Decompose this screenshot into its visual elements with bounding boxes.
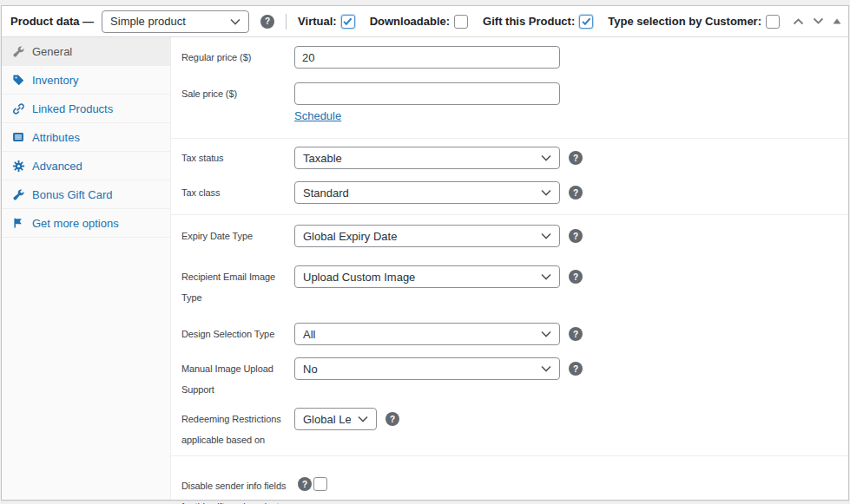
tag-icon: [12, 74, 25, 86]
tab-label: Inventory: [32, 74, 78, 87]
redeeming-restrictions-row: Redeeming Restrictions applicable based …: [171, 408, 848, 450]
manual-image-upload-support-label: Manual Image Upload Support: [181, 357, 294, 400]
recipient-email-image-type-select[interactable]: Upload Custom Image: [294, 265, 560, 288]
tax-status-select[interactable]: Taxable: [294, 147, 560, 169]
link-icon: [12, 102, 25, 115]
tab-label: General: [32, 45, 72, 58]
tab-general[interactable]: General: [2, 37, 170, 66]
expiry-date-type-label: Expiry Date Type: [181, 225, 294, 246]
type-selection-by-customer-checkbox[interactable]: [766, 15, 780, 29]
help-icon[interactable]: ?: [569, 327, 583, 341]
sale-price-label: Sale price ($): [181, 82, 294, 104]
virtual-checkbox[interactable]: [341, 15, 355, 29]
panel-title: Product data —: [10, 15, 94, 28]
expiry-date-type-select[interactable]: Global Expiry Date: [294, 225, 560, 247]
selected-value: Taxable: [303, 152, 342, 165]
chevron-up-icon: [793, 17, 804, 25]
list-icon: [12, 131, 25, 143]
regular-price-input[interactable]: [294, 46, 560, 69]
help-icon[interactable]: ?: [569, 151, 583, 165]
product-data-body: General Inventory Linked Products Attrib…: [2, 37, 848, 500]
chevron-down-icon: [813, 17, 824, 25]
product-data-metabox: Product data — Simple product ? Virtual:…: [1, 5, 849, 501]
sender-info-group: Disable sender info fields for this gift…: [171, 456, 848, 504]
schedule-link[interactable]: Schedule: [294, 109, 341, 123]
chevron-down-icon: [358, 416, 368, 422]
help-icon[interactable]: ?: [260, 15, 274, 29]
product-type-selected-value: Simple product: [110, 15, 186, 28]
tax-class-label: Tax class: [181, 181, 294, 203]
help-icon[interactable]: ?: [569, 362, 583, 376]
virtual-label: Virtual:: [298, 15, 337, 28]
tax-class-row: Tax class Standard ?: [171, 181, 848, 204]
tab-label: Linked Products: [32, 102, 113, 115]
help-icon[interactable]: ?: [569, 229, 583, 243]
design-selection-type-label: Design Selection Type: [181, 323, 294, 344]
gear-icon: [12, 160, 25, 173]
disable-sender-info-row: Disable sender info fields for this gift…: [171, 475, 848, 504]
downloadable-checkbox[interactable]: [454, 15, 468, 29]
pricing-group: Regular price ($) Sale price ($) Schedul…: [171, 37, 848, 139]
help-icon[interactable]: ?: [385, 412, 399, 426]
downloadable-label: Downloadable:: [370, 15, 450, 28]
tab-linked-products[interactable]: Linked Products: [2, 95, 170, 123]
tab-label: Attributes: [32, 131, 80, 144]
general-tab-panel: Regular price ($) Sale price ($) Schedul…: [171, 37, 848, 500]
design-selection-type-row: Design Selection Type All ?: [171, 323, 848, 345]
help-icon[interactable]: ?: [298, 477, 312, 491]
recipient-email-image-type-label: Recipient Email Image Type: [181, 265, 294, 308]
selected-value: All: [303, 328, 315, 341]
manual-image-upload-support-select[interactable]: No: [294, 357, 560, 380]
tab-advanced[interactable]: Advanced: [2, 152, 170, 180]
tab-label: Advanced: [32, 160, 82, 173]
manual-image-upload-support-row: Manual Image Upload Support No ?: [171, 357, 848, 400]
disable-sender-info-label: Disable sender info fields for this gift…: [181, 475, 294, 504]
tax-class-select[interactable]: Standard: [294, 181, 560, 204]
product-type-options: Virtual: Downloadable: Gift this Product…: [298, 15, 780, 29]
expiry-date-type-row: Expiry Date Type Global Expiry Date ?: [171, 225, 848, 247]
chevron-down-icon: [230, 18, 241, 25]
chevron-down-icon: [541, 154, 551, 161]
tab-attributes[interactable]: Attributes: [2, 123, 170, 152]
tab-bonus-gift-card[interactable]: Bonus Gift Card: [2, 180, 170, 209]
toggle-panel-button[interactable]: [833, 18, 841, 24]
downloadable-toggle[interactable]: Downloadable:: [370, 15, 468, 29]
check-icon: [581, 16, 592, 27]
chevron-down-icon: [541, 365, 551, 372]
tab-label: Bonus Gift Card: [32, 188, 113, 201]
chevron-down-icon: [541, 232, 551, 239]
gift-this-product-toggle[interactable]: Gift this Product:: [483, 15, 593, 29]
tab-get-more-options[interactable]: Get more options: [2, 209, 170, 238]
help-icon[interactable]: ?: [569, 186, 583, 200]
check-icon: [342, 16, 353, 27]
gift-this-product-checkbox[interactable]: [579, 15, 593, 29]
tax-group: Tax status Taxable ? Tax class Standard …: [171, 139, 848, 215]
recipient-email-image-type-row: Recipient Email Image Type Upload Custom…: [171, 265, 848, 308]
selected-value: No: [303, 363, 318, 376]
tax-status-row: Tax status Taxable ?: [171, 147, 848, 169]
regular-price-row: Regular price ($): [171, 46, 848, 69]
tax-status-label: Tax status: [181, 147, 294, 168]
help-icon[interactable]: ?: [569, 270, 583, 284]
product-data-tabs: General Inventory Linked Products Attrib…: [2, 37, 171, 500]
wrench-icon: [12, 45, 25, 58]
move-down-button[interactable]: [813, 17, 824, 25]
redeeming-restrictions-label: Redeeming Restrictions applicable based …: [181, 408, 294, 450]
gift-this-product-label: Gift this Product:: [483, 15, 575, 28]
redeeming-restrictions-select[interactable]: Global Level: [294, 408, 377, 430]
chevron-down-icon: [541, 189, 551, 196]
product-type-select[interactable]: Simple product: [102, 10, 249, 33]
metabox-controls: [793, 17, 841, 25]
move-up-button[interactable]: [793, 17, 804, 25]
type-selection-by-customer-toggle[interactable]: Type selection by Customer:: [608, 15, 780, 29]
virtual-toggle[interactable]: Virtual:: [298, 15, 355, 29]
triangle-up-icon: [833, 18, 841, 24]
disable-sender-info-checkbox[interactable]: [313, 477, 327, 491]
header-divider: [286, 14, 287, 29]
regular-price-label: Regular price ($): [181, 46, 294, 68]
flag-icon: [12, 217, 25, 229]
sale-price-input[interactable]: [294, 82, 560, 105]
tab-inventory[interactable]: Inventory: [2, 66, 170, 95]
selected-value: Global Expiry Date: [303, 230, 397, 243]
design-selection-type-select[interactable]: All: [294, 323, 560, 345]
